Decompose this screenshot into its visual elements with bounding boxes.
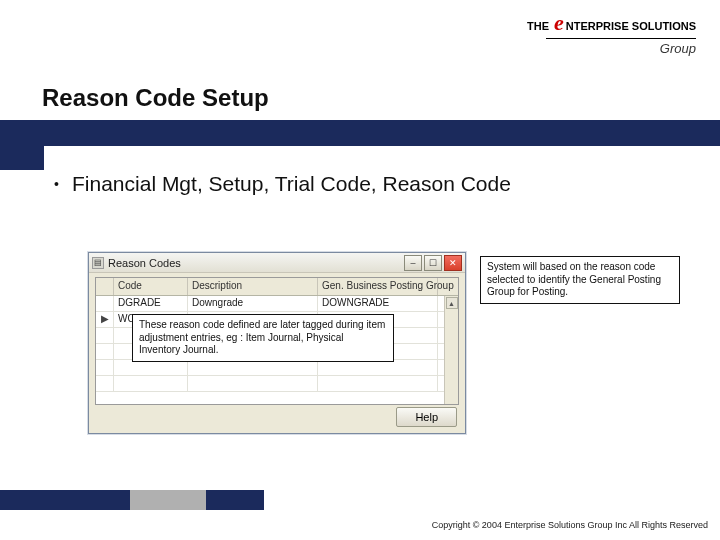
vertical-scrollbar[interactable]: ▲ [444, 296, 458, 404]
callout-posting-group: System will based on the reason code sel… [480, 256, 680, 304]
header-bar [0, 120, 720, 146]
minimize-button[interactable]: – [404, 255, 422, 271]
copyright-text: Copyright © 2004 Enterprise Solutions Gr… [432, 520, 708, 530]
bottom-accent-strip [0, 490, 264, 510]
close-button[interactable]: ✕ [444, 255, 462, 271]
callout-usage: These reason code defined are later tagg… [132, 314, 394, 362]
bullet-breadcrumb: • Financial Mgt, Setup, Trial Code, Reas… [72, 172, 632, 196]
bullet-dot-icon: • [54, 176, 59, 192]
slide-title: Reason Code Setup [42, 84, 269, 112]
window-icon: ▤ [92, 257, 104, 269]
logo-subtext: Group [527, 39, 696, 56]
side-accent [0, 146, 44, 170]
scroll-up-icon[interactable]: ▲ [446, 297, 458, 309]
logo-e-icon: e [552, 10, 566, 35]
col-description[interactable]: Description [188, 278, 318, 295]
row-pointer-icon: ▶ [96, 312, 114, 327]
titlebar: ▤ Reason Codes – ☐ ✕ [89, 253, 465, 273]
window-footer: Help [89, 407, 465, 427]
col-gbpg[interactable]: Gen. Business Posting Group [318, 278, 438, 295]
table-row[interactable] [96, 360, 458, 376]
help-button[interactable]: Help [396, 407, 457, 427]
grid-header: Code Description Gen. Business Posting G… [96, 278, 458, 296]
window-title: Reason Codes [108, 257, 400, 269]
logo-text: THE eNTERPRISE SOLUTIONS [527, 10, 696, 36]
col-code[interactable]: Code [114, 278, 188, 295]
maximize-button[interactable]: ☐ [424, 255, 442, 271]
logo-block: THE eNTERPRISE SOLUTIONS Group [527, 10, 696, 56]
table-row[interactable] [96, 376, 458, 392]
table-row[interactable]: DGRADE Downgrade DOWNGRADE [96, 296, 458, 312]
